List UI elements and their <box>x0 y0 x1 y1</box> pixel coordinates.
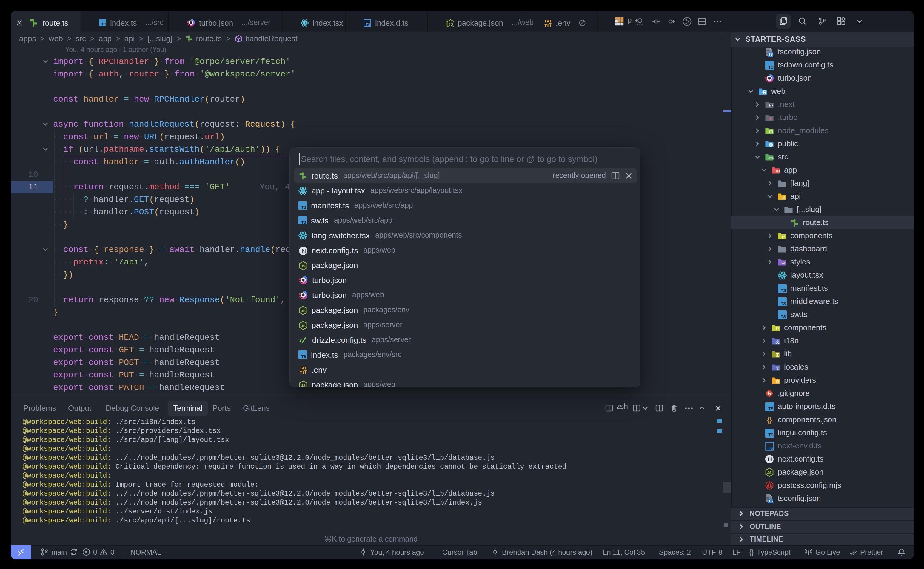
svg-text:JS: JS <box>448 22 453 26</box>
svg-text:TS: TS <box>780 314 786 319</box>
svg-text:</>: </> <box>769 156 774 160</box>
svg-text:文: 文 <box>775 340 779 344</box>
svg-text:TS: TS <box>767 446 773 450</box>
svg-text:JS: JS <box>767 470 772 475</box>
svg-text:JS: JS <box>301 308 305 313</box>
svg-text:TS: TS <box>769 499 773 503</box>
svg-text:TS: TS <box>780 288 786 292</box>
svg-text:TS: TS <box>768 65 773 69</box>
svg-text:TS: TS <box>769 53 773 56</box>
svg-text:TS: TS <box>768 432 773 437</box>
svg-text:TS: TS <box>301 354 306 359</box>
svg-text:TS: TS <box>768 406 773 411</box>
svg-text:CSS: CSS <box>781 262 786 265</box>
svg-text:TS: TS <box>101 22 105 26</box>
svg-text:#: # <box>782 195 785 200</box>
svg-text:TS: TS <box>780 301 786 306</box>
svg-text:JS: JS <box>301 263 305 268</box>
svg-text:文: 文 <box>775 366 779 370</box>
svg-text:TS: TS <box>366 22 370 26</box>
svg-text:{}: {} <box>767 416 772 424</box>
svg-text:JS: JS <box>301 323 305 328</box>
svg-text:TS: TS <box>301 205 306 210</box>
svg-text:TS: TS <box>301 220 306 225</box>
svg-text:N: N <box>770 103 772 107</box>
svg-text:JS: JS <box>301 383 305 387</box>
